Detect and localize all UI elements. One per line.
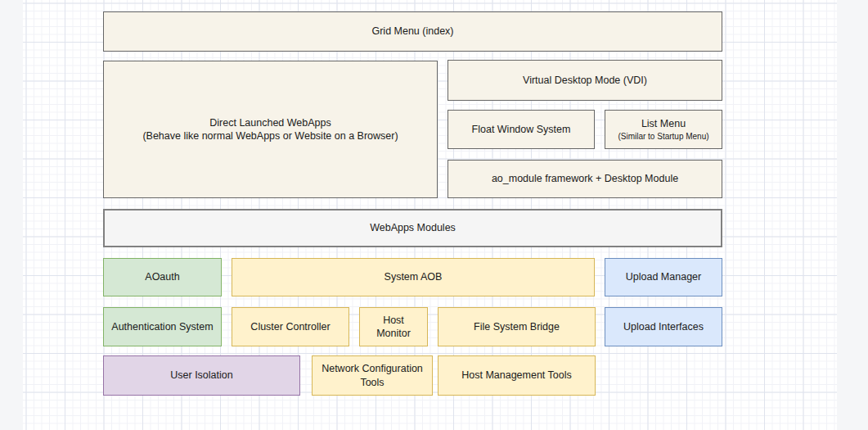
node-virtual-desktop-mode[interactable]: Virtual Desktop Mode (VDI) <box>447 60 722 101</box>
node-list-menu-label: List Menu <box>641 117 686 130</box>
node-upload-manager-label: Upload Manager <box>626 270 701 283</box>
node-cluster-controller[interactable]: Cluster Controller <box>232 307 349 346</box>
node-aoauth-label: AOauth <box>145 270 179 283</box>
node-webapps-modules-label: WebApps Modules <box>370 221 456 234</box>
node-host-monitor[interactable]: Host Monitor <box>359 307 428 346</box>
node-authentication-system[interactable]: Authentication System <box>103 307 222 346</box>
node-upload-interfaces-label: Upload Interfaces <box>623 320 704 333</box>
node-ao-module-framework[interactable]: ao_module framework + Desktop Module <box>447 160 722 198</box>
node-aoauth[interactable]: AOauth <box>103 258 222 296</box>
node-list-menu-sublabel: (Similar to Startup Menu) <box>618 131 708 142</box>
node-virtual-desktop-mode-label: Virtual Desktop Mode (VDI) <box>523 74 647 87</box>
node-direct-launched-webapps-label: Direct Launched WebApps <box>209 116 331 129</box>
diagram-root: Grid Menu (index) Direct Launched WebApp… <box>0 0 868 430</box>
node-file-system-bridge-label: File System Bridge <box>474 320 560 333</box>
node-direct-launched-webapps[interactable]: Direct Launched WebApps (Behave like nor… <box>103 61 438 198</box>
node-host-monitor-label: Host Monitor <box>365 314 422 341</box>
node-float-window-system-label: Float Window System <box>472 123 571 136</box>
node-list-menu[interactable]: List Menu (Similar to Startup Menu) <box>605 110 722 149</box>
node-grid-menu-label: Grid Menu (index) <box>371 25 453 38</box>
node-cluster-controller-label: Cluster Controller <box>250 320 330 333</box>
node-network-configuration-tools-label: Network Configuration Tools <box>317 362 427 389</box>
node-file-system-bridge[interactable]: File System Bridge <box>438 307 596 346</box>
node-float-window-system[interactable]: Float Window System <box>447 110 595 149</box>
node-upload-manager[interactable]: Upload Manager <box>605 258 722 296</box>
node-grid-menu[interactable]: Grid Menu (index) <box>103 11 722 52</box>
node-network-configuration-tools[interactable]: Network Configuration Tools <box>312 355 433 396</box>
node-user-isolation-label: User Isolation <box>170 369 232 382</box>
node-system-aob-label: System AOB <box>385 270 443 283</box>
node-upload-interfaces[interactable]: Upload Interfaces <box>605 307 722 346</box>
node-host-management-tools[interactable]: Host Management Tools <box>438 355 596 396</box>
node-direct-launched-webapps-sublabel: (Behave like normal WebApps or Website o… <box>142 129 398 143</box>
node-ao-module-framework-label: ao_module framework + Desktop Module <box>492 172 678 185</box>
node-user-isolation[interactable]: User Isolation <box>103 355 300 396</box>
node-host-management-tools-label: Host Management Tools <box>461 369 572 382</box>
node-authentication-system-label: Authentication System <box>111 320 213 333</box>
node-system-aob[interactable]: System AOB <box>232 258 595 296</box>
node-webapps-modules[interactable]: WebApps Modules <box>103 209 722 247</box>
